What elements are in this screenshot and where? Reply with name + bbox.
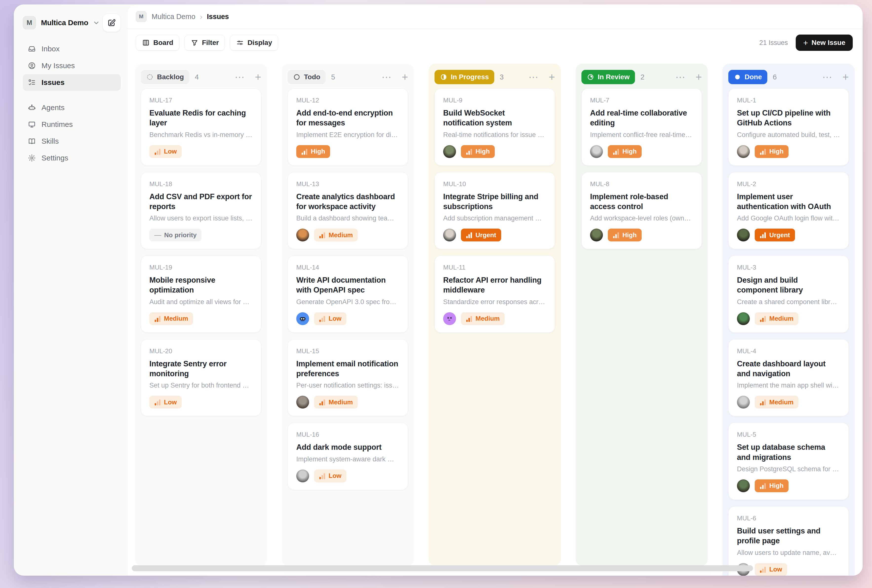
issue-card-MUL-4[interactable]: MUL-4 Create dashboard layout and naviga… [728, 339, 849, 417]
priority-badge: Low [314, 312, 347, 325]
column-label: In Progress [451, 73, 489, 81]
issue-id: MUL-10 [443, 180, 546, 188]
sidebar: M Multica Demo InboxMy IssuesIssuesAgent… [14, 4, 127, 576]
issue-footer: High [737, 479, 840, 492]
issue-title: Add real-time collaborative editing [590, 108, 693, 128]
priority-label: High [769, 482, 783, 489]
horizontal-scrollbar[interactable] [132, 565, 753, 571]
issue-id: MUL-3 [737, 264, 840, 271]
priority-bars-icon [759, 399, 766, 405]
issue-card-MUL-14[interactable]: MUL-14 Write API documentation with Open… [288, 255, 408, 333]
issue-card-MUL-18[interactable]: MUL-18 Add CSV and PDF export for report… [141, 172, 261, 249]
priority-label: Medium [476, 315, 500, 322]
status-pill-todo[interactable]: Todo [288, 70, 326, 84]
issue-footer: Medium [296, 229, 399, 242]
issue-card-MUL-5[interactable]: MUL-5 Set up database schema and migrati… [728, 423, 849, 500]
priority-badge: —No priority [149, 229, 201, 242]
app-window: M Multica Demo InboxMy IssuesIssuesAgent… [14, 4, 863, 576]
assignee-avatar [296, 470, 309, 482]
sidebar-item-agents[interactable]: Agents [23, 99, 121, 116]
sidebar-item-label: Issues [42, 78, 65, 87]
priority-bars-icon [613, 232, 620, 238]
column-header-done: Done 6 ⋯ + [728, 69, 849, 85]
issue-id: MUL-14 [296, 264, 399, 271]
priority-badge: Low [314, 470, 347, 482]
issue-card-MUL-10[interactable]: MUL-10 Integrate Stripe billing and subs… [435, 172, 555, 249]
column-header-todo: Todo 5 ⋯ + [288, 69, 408, 85]
status-pill-done[interactable]: Done [728, 70, 767, 84]
issue-description: Implement E2E encryption for direct… [296, 131, 399, 139]
status-pill-backlog[interactable]: Backlog [141, 70, 189, 84]
board-button[interactable]: Board [136, 35, 180, 51]
issue-id: MUL-4 [737, 347, 840, 355]
priority-badge: Urgent [755, 229, 795, 242]
issue-card-MUL-1[interactable]: MUL-1 Set up CI/CD pipeline with GitHub … [728, 88, 849, 166]
priority-badge: High [608, 145, 642, 158]
issue-card-MUL-9[interactable]: MUL-9 Build WebSocket notification syste… [435, 88, 555, 166]
issue-description: Design PostgreSQL schema for core… [737, 465, 840, 473]
dashed-circle-icon [146, 74, 153, 81]
issue-description: Per-user notification settings: issue… [296, 382, 399, 389]
priority-badge: High [461, 145, 495, 158]
issue-footer: Medium [149, 312, 252, 325]
column-cards: MUL-1 Set up CI/CD pipeline with GitHub … [728, 88, 849, 576]
issue-card-MUL-15[interactable]: MUL-15 Implement email notification pref… [288, 339, 408, 417]
issue-card-MUL-2[interactable]: MUL-2 Implement user authentication with… [728, 172, 849, 249]
new-issue-button[interactable]: + New Issue [796, 34, 853, 51]
assignee-avatar [296, 229, 309, 242]
priority-bars-icon [759, 232, 766, 238]
issue-title: Add end-to-end encryption for messages [296, 108, 399, 128]
assignee-avatar [737, 479, 750, 492]
issue-title: Create dashboard layout and navigation [737, 359, 840, 379]
issue-description: Build a dashboard showing team… [296, 214, 399, 222]
column-in-review: In Review 2 ⋯ + MUL-7 Add real-time coll… [575, 64, 708, 566]
issue-title: Build user settings and profile page [737, 526, 840, 546]
issue-id: MUL-9 [443, 96, 546, 104]
gear-icon [28, 154, 36, 162]
filter-button[interactable]: Filter [185, 35, 225, 51]
issue-card-MUL-17[interactable]: MUL-17 Evaluate Redis for caching layer … [141, 88, 261, 166]
issue-card-MUL-13[interactable]: MUL-13 Create analytics dashboard for wo… [288, 172, 408, 249]
column-backlog: Backlog 4 ⋯ + MUL-17 Evaluate Redis for … [135, 64, 267, 566]
priority-bars-icon [466, 232, 473, 238]
sidebar-item-runtimes[interactable]: Runtimes [23, 116, 121, 133]
issue-description: Implement conflict-free real-time editin… [590, 131, 693, 139]
issue-card-MUL-11[interactable]: MUL-11 Refactor API error handling middl… [435, 255, 555, 333]
issue-card-MUL-7[interactable]: MUL-7 Add real-time collaborative editin… [581, 88, 702, 166]
issue-footer: High [590, 145, 693, 158]
sidebar-item-issues[interactable]: Issues [23, 74, 121, 91]
issue-card-MUL-19[interactable]: MUL-19 Mobile responsive optimization Au… [141, 255, 261, 333]
issue-card-MUL-3[interactable]: MUL-3 Design and build component library… [728, 255, 849, 333]
issue-description: Allow users to export issue lists, activ… [149, 214, 252, 222]
issue-card-MUL-8[interactable]: MUL-8 Implement role-based access contro… [581, 172, 702, 249]
display-label: Display [248, 39, 272, 46]
issue-title: Build WebSocket notification system [443, 108, 546, 128]
issue-description: Implement the main app shell with… [737, 382, 840, 389]
priority-label: Urgent [476, 231, 496, 239]
issue-description: Create a shared component library base… [737, 298, 840, 306]
sidebar-item-inbox[interactable]: Inbox [23, 40, 121, 57]
board-label: Board [153, 39, 173, 46]
compose-button[interactable] [102, 14, 121, 32]
issue-card-MUL-20[interactable]: MUL-20 Integrate Sentry error monitoring… [141, 339, 261, 417]
workspace-switcher[interactable]: M Multica Demo [23, 14, 121, 32]
display-button[interactable]: Display [230, 35, 278, 51]
column-label: In Review [598, 73, 630, 81]
priority-label: Medium [769, 315, 794, 322]
priority-badge: High [755, 145, 789, 158]
issue-footer: Low [149, 145, 252, 158]
column-header-in-review: In Review 2 ⋯ + [581, 69, 702, 85]
sidebar-item-my-issues[interactable]: My Issues [23, 57, 121, 74]
column-count: 2 [641, 73, 644, 81]
priority-badge: Low [755, 563, 787, 576]
priority-label: Low [769, 566, 782, 573]
status-pill-in-progress[interactable]: In Progress [435, 70, 494, 84]
breadcrumb-workspace[interactable]: Multica Demo [152, 13, 195, 21]
issue-card-MUL-12[interactable]: MUL-12 Add end-to-end encryption for mes… [288, 88, 408, 166]
status-pill-in-review[interactable]: In Review [581, 70, 635, 84]
column-in-progress: In Progress 3 ⋯ + MUL-9 Build WebSocket … [429, 64, 561, 566]
sidebar-item-skills[interactable]: Skills [23, 133, 121, 150]
sidebar-item-settings[interactable]: Settings [23, 150, 121, 166]
issue-description: Real-time notifications for issue update… [443, 131, 546, 139]
issue-card-MUL-16[interactable]: MUL-16 Add dark mode support Implement s… [288, 423, 408, 490]
